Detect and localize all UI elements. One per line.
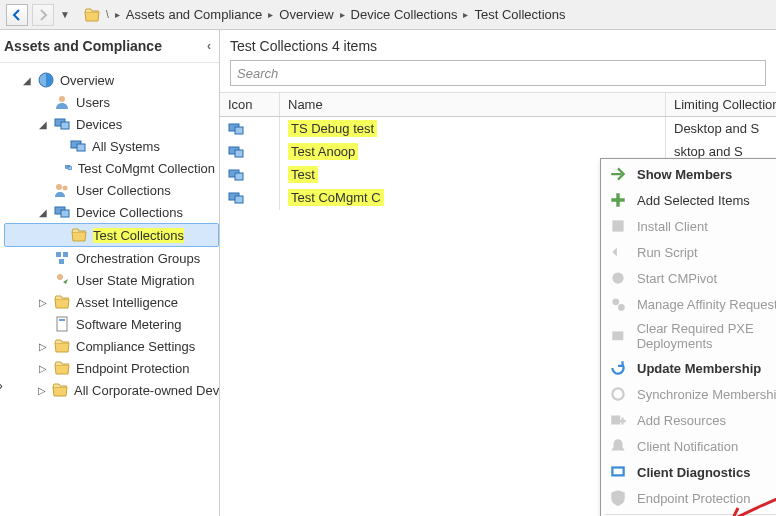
tree-item-compliance-settings[interactable]: ▷ Compliance Settings [4,335,219,357]
update-icon [609,359,627,377]
clear-pxe-icon [609,327,627,345]
menu-clear-pxe[interactable]: Clear Required PXE Deployments [601,317,776,355]
tree-label: Endpoint Protection [76,361,189,376]
show-members-icon [609,165,627,183]
menu-label: Add Selected Items [637,193,750,208]
svg-point-8 [56,184,62,190]
tree-item-corp-devices[interactable]: ▷ All Corporate-owned Devices [4,379,219,401]
svg-rect-30 [612,332,623,341]
tree-item-user-state-migration[interactable]: User State Migration [4,269,219,291]
notification-icon [609,437,627,455]
menu-run-script[interactable]: Run Script [601,239,776,265]
menu-label: Start CMPivot [637,271,717,286]
table-row[interactable]: TS Debug test Desktop and S [220,117,776,140]
chevron-right-icon: ▸ [268,9,273,20]
folder-icon [54,338,70,354]
sync-icon [609,385,627,403]
tree-item-devices[interactable]: ◢ Devices [4,113,219,135]
column-limiting[interactable]: Limiting Collection [666,93,776,116]
menu-manage-affinity[interactable]: Manage Affinity Requests [601,291,776,317]
svg-rect-14 [59,259,64,264]
migration-icon [54,272,70,288]
context-menu: Show Members Add Selected Items Install … [600,158,776,516]
menu-add-resources[interactable]: Add Resources [601,407,776,433]
cmpivot-icon [609,269,627,287]
tree-item-test-collections[interactable]: Test Collections [4,223,219,247]
menu-label: Update Membership [637,361,761,376]
tree-item-software-metering[interactable]: Software Metering [4,313,219,335]
shield-icon [609,489,627,507]
menu-endpoint-protection[interactable]: Endpoint Protection [601,485,776,511]
collapse-icon[interactable]: ◢ [38,207,48,218]
tree-item-overview[interactable]: ◢ Overview [4,69,219,91]
tree-scroll-indicator: » [0,379,3,393]
expand-icon[interactable]: ▷ [38,297,48,308]
menu-install-client[interactable]: Install Client [601,213,776,239]
svg-rect-17 [59,319,65,321]
overview-icon [38,72,54,88]
menu-show-members[interactable]: Show Members [601,161,776,187]
sidebar-header: Assets and Compliance ‹ [0,30,219,63]
chevron-right-icon: ▸ [340,9,345,20]
tree-label: All Corporate-owned Devices [74,383,219,398]
collapse-icon[interactable]: ◢ [22,75,32,86]
column-name[interactable]: Name [280,93,666,116]
sidebar-collapse-button[interactable]: ‹ [207,39,211,53]
orchestration-icon [54,250,70,266]
cell-limiting: sktop and S [674,144,743,159]
tree-item-device-collections[interactable]: ◢ Device Collections [4,201,219,223]
tree-item-orchestration-groups[interactable]: Orchestration Groups [4,247,219,269]
menu-client-diagnostics[interactable]: Client Diagnostics [601,459,776,485]
collection-icon [228,144,244,160]
menu-add-selected[interactable]: Add Selected Items [601,187,776,213]
devices-icon [54,204,70,220]
svg-point-27 [612,272,623,283]
breadcrumb-home-icon[interactable] [84,7,100,23]
menu-update-membership[interactable]: Update Membership [601,355,776,381]
tree-label: Asset Intelligence [76,295,178,310]
history-dropdown[interactable]: ▼ [58,4,72,26]
menu-sync-membership[interactable]: Synchronize Membership [601,381,776,407]
expand-icon[interactable]: ▷ [38,341,48,352]
tree-label: Users [76,95,110,110]
expand-icon[interactable]: ▷ [38,385,46,396]
tree-label: Compliance Settings [76,339,195,354]
users-icon [54,182,70,198]
menu-label: Client Notification [637,439,738,454]
search-input[interactable]: Search [230,60,766,86]
collapse-icon[interactable]: ◢ [38,119,48,130]
cell-name: Test [288,166,318,183]
main: Assets and Compliance ‹ » ◢ Overview Use… [0,30,776,516]
breadcrumb-item[interactable]: Test Collections [474,7,565,22]
tree-item-all-systems[interactable]: All Systems [4,135,219,157]
folder-icon [54,360,70,376]
expand-icon[interactable]: ▷ [38,363,48,374]
menu-label: Show Members [637,167,732,182]
column-icon[interactable]: Icon [220,93,280,116]
breadcrumb-item[interactable]: Assets and Compliance [126,7,263,22]
nav-back-button[interactable] [6,4,28,26]
menu-label: Add Resources [637,413,726,428]
collection-icon [228,190,244,206]
devices-icon [54,116,70,132]
menu-start-cmpivot[interactable]: Start CMPivot [601,265,776,291]
table-header: Icon Name Limiting Collection [220,92,776,117]
sidebar-title: Assets and Compliance [4,38,162,54]
svg-point-29 [618,304,625,311]
breadcrumb-sep: \ [106,9,109,20]
breadcrumb-item[interactable]: Device Collections [351,7,458,22]
nav-tree: » ◢ Overview Users ◢ Devic [0,63,219,516]
menu-client-notification[interactable]: Client Notification [601,433,776,459]
breadcrumb-item[interactable]: Overview [279,7,333,22]
svg-rect-23 [235,173,243,180]
menu-label: Manage Affinity Requests [637,297,776,312]
tree-item-endpoint-protection[interactable]: ▷ Endpoint Protection [4,357,219,379]
tree-label: Orchestration Groups [76,251,200,266]
nav-forward-button[interactable] [32,4,54,26]
collection-icon [228,167,244,183]
tree-item-test-comgmt[interactable]: Test CoMgmt Collection [4,157,219,179]
tree-item-asset-intelligence[interactable]: ▷ Asset Intelligence [4,291,219,313]
tree-label: Test CoMgmt Collection [78,161,215,176]
tree-item-users[interactable]: Users [4,91,219,113]
tree-item-user-collections[interactable]: User Collections [4,179,219,201]
